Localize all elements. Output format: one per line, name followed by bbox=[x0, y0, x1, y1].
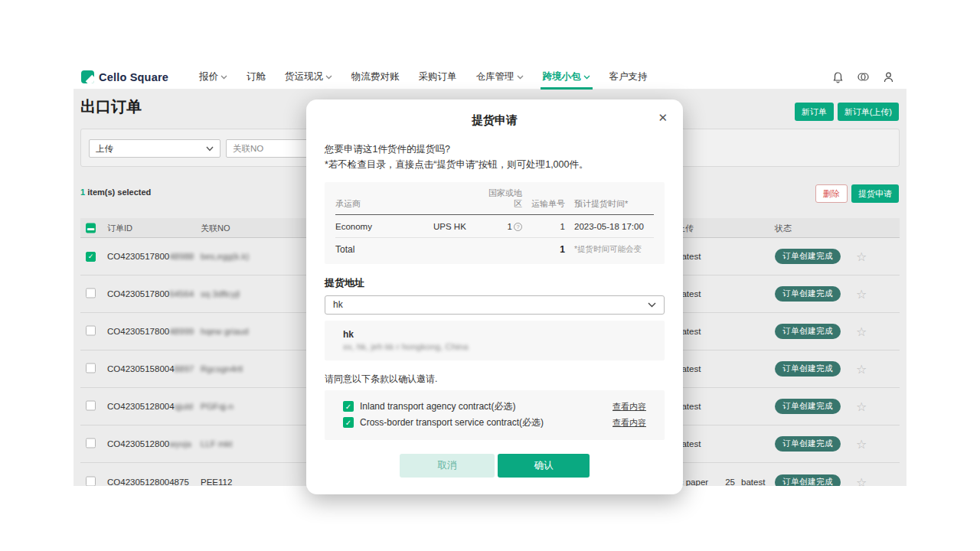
related-no-cell: PEE112 bbox=[201, 478, 232, 487]
modal-note: *若不检查目录，直接点击“提货申请”按钮，则可处理1,000件。 bbox=[325, 158, 665, 171]
modal-title: 提货申请 bbox=[325, 113, 665, 128]
chevron-down-icon bbox=[206, 146, 214, 152]
nav-label: 跨境小包 bbox=[543, 70, 581, 83]
upload-filter-select[interactable]: 上传 bbox=[89, 139, 220, 158]
shipment-table-header: 承运商 国家或地区 运输单号 预计提货时间* bbox=[335, 188, 654, 215]
screenshot-canvas: Cello Square 报价 订舱 货运现况 物流费对账 采购订 bbox=[0, 0, 980, 551]
country-qty-cell: 1? bbox=[482, 222, 522, 231]
pickup-request-button[interactable]: 提货申请 bbox=[851, 184, 899, 203]
col-carrier: 承运商 bbox=[335, 198, 433, 210]
brand-logo[interactable]: Cello Square bbox=[81, 70, 168, 83]
nav-label: 物流费对账 bbox=[351, 70, 400, 83]
shipment-summary-table: 承运商 国家或地区 运输单号 预计提货时间* Economy UPS HK 1?… bbox=[325, 182, 665, 264]
header-order-id: 订单ID bbox=[107, 222, 132, 233]
close-icon[interactable]: ✕ bbox=[658, 112, 668, 123]
nav-item-warehouse-management[interactable]: 仓库管理 bbox=[476, 65, 524, 90]
nav-label: 订舱 bbox=[247, 70, 266, 83]
carrier-cell: UPS HK bbox=[433, 222, 482, 231]
status-badge: 订单创建完成 bbox=[775, 324, 841, 339]
nav-label: 货运现况 bbox=[285, 70, 323, 83]
order-id-cell: CO42305128004875 bbox=[107, 478, 189, 487]
chevron-down-icon bbox=[220, 75, 227, 80]
order-id-cell: CO423051780048999 bbox=[107, 327, 194, 336]
related-no-cell: hqew griaud bbox=[201, 327, 249, 336]
view-content-link[interactable]: 查看内容 bbox=[612, 401, 646, 412]
header-status: 状态 bbox=[775, 222, 792, 233]
nav-label: 仓库管理 bbox=[476, 70, 514, 83]
pickup-address-select[interactable]: hk bbox=[325, 295, 665, 315]
status-badge: 订单创建完成 bbox=[775, 399, 841, 414]
term-item-cross-border: ✓ Cross-border transport service contrac… bbox=[343, 416, 646, 429]
info-icon[interactable]: ? bbox=[514, 223, 522, 231]
bell-icon[interactable] bbox=[832, 71, 844, 83]
total-label: Total bbox=[335, 244, 433, 255]
checkbox-checked-icon[interactable]: ✓ bbox=[343, 401, 354, 412]
total-qty: 1 bbox=[522, 244, 565, 255]
page-actions: 新订单 新订单(上传) bbox=[795, 103, 899, 121]
nav-item-cargo-status[interactable]: 货运现况 bbox=[285, 65, 332, 90]
row-checkbox[interactable] bbox=[86, 439, 96, 448]
row-checkbox[interactable] bbox=[86, 326, 96, 336]
row-checkbox[interactable] bbox=[86, 476, 96, 486]
view-content-link[interactable]: 查看内容 bbox=[612, 417, 646, 429]
row-checkbox[interactable] bbox=[86, 289, 96, 298]
modal-question: 您要申请这1件货件的提货吗? bbox=[325, 143, 665, 156]
status-badge: 订单创建完成 bbox=[775, 286, 841, 302]
order-id-cell: CO423051780048988 bbox=[107, 252, 194, 261]
pickup-request-modal: 提货申请 ✕ 您要申请这1件货件的提货吗? *若不检查目录，直接点击“提货申请”… bbox=[306, 99, 683, 494]
select-all-checkbox[interactable]: ▬ bbox=[86, 223, 96, 233]
nav-label: 报价 bbox=[199, 70, 218, 83]
shipment-table-total: Total 1 *提货时间可能会变 bbox=[335, 238, 654, 256]
country-qty-value: 1 bbox=[508, 222, 512, 231]
new-order-upload-button[interactable]: 新订单(上传) bbox=[838, 103, 899, 121]
star-icon[interactable]: ☆ bbox=[856, 324, 867, 339]
star-icon[interactable]: ☆ bbox=[856, 287, 867, 302]
chevron-down-icon bbox=[325, 75, 332, 80]
status-badge: 订单创建完成 bbox=[775, 361, 841, 377]
nav-label: 客户支持 bbox=[609, 70, 648, 83]
cancel-button[interactable]: 取消 bbox=[400, 454, 495, 478]
row-checkbox[interactable] bbox=[86, 364, 96, 373]
checkbox-checked-icon[interactable]: ✓ bbox=[343, 417, 354, 428]
term-label: Inland transport agency contract(必选) bbox=[360, 400, 515, 413]
pickup-time-cell: 2023-05-18 17:00 bbox=[565, 222, 654, 231]
main-nav: 报价 订舱 货运现况 物流费对账 采购订单 仓库管理 bbox=[199, 65, 648, 90]
user-icon[interactable] bbox=[883, 71, 894, 83]
nav-item-booking[interactable]: 订舱 bbox=[247, 65, 266, 90]
star-icon[interactable]: ☆ bbox=[856, 362, 867, 377]
row-checkbox[interactable] bbox=[86, 401, 96, 411]
cello-square-logo-icon bbox=[81, 70, 94, 83]
status-badge: 订单创建完成 bbox=[775, 436, 841, 452]
selected-count-text: 1 item(s) selected bbox=[80, 187, 151, 197]
upload-filter-value: 上传 bbox=[96, 143, 113, 155]
related-no-cell: bes,egg(k.k) bbox=[201, 252, 249, 261]
related-no-cell: LLF mkt bbox=[201, 439, 233, 448]
address-name: hk bbox=[343, 329, 646, 340]
circles-icon[interactable] bbox=[857, 71, 870, 83]
pickup-address-heading: 提货地址 bbox=[325, 276, 665, 290]
star-icon[interactable]: ☆ bbox=[856, 399, 867, 414]
row-checkbox[interactable]: ✓ bbox=[86, 252, 96, 262]
confirm-button[interactable]: 确认 bbox=[498, 454, 590, 478]
new-order-button[interactable]: 新订单 bbox=[795, 103, 834, 121]
star-icon[interactable]: ☆ bbox=[856, 437, 867, 452]
nav-item-purchase-order[interactable]: 采购订单 bbox=[419, 65, 457, 90]
terms-box: ✓ Inland transport agency contract(必选) 查… bbox=[325, 390, 665, 440]
related-no-cell: sq 3dftcyjl bbox=[201, 289, 240, 298]
nav-item-quote[interactable]: 报价 bbox=[199, 65, 227, 90]
nav-item-cross-border-parcel[interactable]: 跨境小包 bbox=[543, 65, 590, 90]
top-right-icons bbox=[832, 71, 894, 83]
star-icon[interactable]: ☆ bbox=[856, 474, 867, 486]
nav-label: 采购订单 bbox=[419, 70, 457, 83]
selected-suffix: item(s) selected bbox=[85, 187, 151, 197]
pickup-address-value: hk bbox=[333, 299, 343, 310]
nav-item-freight-reconciliation[interactable]: 物流费对账 bbox=[351, 65, 400, 90]
top-navigation-bar: Cello Square 报价 订舱 货运现况 物流费对账 采购订 bbox=[74, 65, 906, 90]
col-pickup-time: 预计提货时间* bbox=[565, 198, 654, 210]
nav-item-customer-support[interactable]: 客户支持 bbox=[609, 65, 648, 90]
header-related-no: 关联NO bbox=[201, 222, 230, 233]
col-country: 国家或地区 bbox=[482, 188, 522, 210]
order-id-cell: CO423051580048897 bbox=[107, 364, 194, 373]
star-icon[interactable]: ☆ bbox=[856, 249, 867, 264]
delete-button[interactable]: 删除 bbox=[815, 184, 848, 203]
